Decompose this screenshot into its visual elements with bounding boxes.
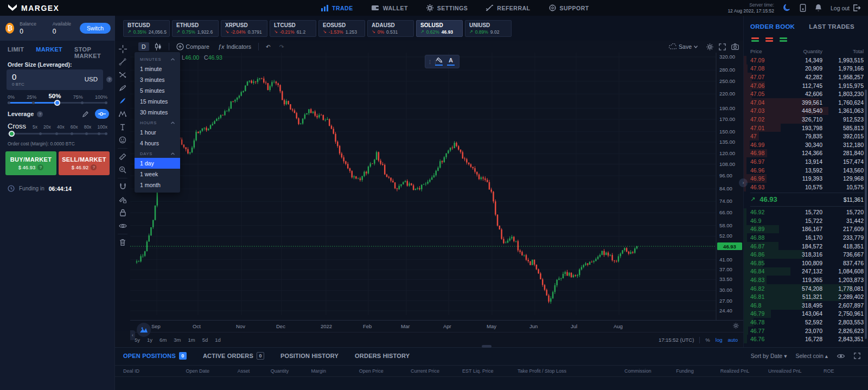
tradingview-logo-button[interactable] <box>137 323 151 337</box>
lock-all-tool[interactable] <box>116 206 129 219</box>
pct-0[interactable]: 0% <box>8 94 15 101</box>
bid-row[interactable]: 46.7723,0702,826,623 <box>750 327 864 335</box>
view-mode-bids-icon[interactable] <box>778 36 788 43</box>
ask-row[interactable]: 47.03448,5401,361,063 <box>750 107 864 116</box>
percent-slider[interactable] <box>8 102 107 104</box>
pct-100[interactable]: 100% <box>95 94 107 101</box>
interval-option-1-hour[interactable]: 1 hour <box>135 127 180 138</box>
ask-row[interactable]: 47.01193,798585,813 <box>750 124 864 132</box>
text-color-button[interactable]: A <box>445 56 457 67</box>
ask-row[interactable]: 47.0542,6061,803,230 <box>750 89 864 98</box>
tab-market[interactable]: MARKET <box>36 46 62 59</box>
theme-moon-icon[interactable] <box>783 4 791 12</box>
lev-80x[interactable]: 80x <box>84 124 92 130</box>
tab-limit[interactable]: LIMIT <box>8 46 24 59</box>
pct-25[interactable]: 25% <box>27 94 36 101</box>
interval-option-1-month[interactable]: 1 month <box>135 180 180 190</box>
time-axis[interactable]: SepOctNovDec2022FebMarAprMayJunJulAug <box>130 320 743 332</box>
bid-row[interactable]: 46.84247,1321,084,608 <box>750 267 864 276</box>
nav-item-trade[interactable]: TRADE <box>321 5 353 11</box>
toolbar-drag-handle[interactable]: ⋮⋮ <box>427 61 433 63</box>
bid-row[interactable]: 46.82574,2081,778,081 <box>750 284 864 293</box>
pct-75[interactable]: 75% <box>73 94 83 101</box>
nav-item-referral[interactable]: REFERRAL <box>486 4 530 11</box>
tab-stop-market[interactable]: STOP MARKET <box>74 46 109 59</box>
logout-button[interactable]: Log out <box>831 4 860 11</box>
bid-row[interactable]: 46.7852,5922,803,553 <box>750 318 864 327</box>
range-5d[interactable]: 5d <box>202 337 208 343</box>
ticker-card-eosusd[interactable]: EOSUSD↘-1.53%1.253 <box>318 20 365 37</box>
range-3m[interactable]: 3m <box>174 337 181 343</box>
ask-row[interactable]: 46.95119,393129,968 <box>750 174 864 183</box>
ask-row[interactable]: 47.06112,7451,915,975 <box>750 81 864 90</box>
ticker-card-ethusd[interactable]: ETHUSD↗0.75%1,922.6 <box>172 20 219 37</box>
undo-button[interactable]: ↶ <box>263 42 274 51</box>
lev-100x[interactable]: 100x <box>98 124 107 130</box>
tab-orders-history[interactable]: ORDERS HISTORY <box>355 353 410 359</box>
percent-slider-knob[interactable] <box>54 100 60 106</box>
notifications-bell-icon[interactable] <box>815 4 822 12</box>
interval-section-days[interactable]: DAYS <box>135 149 180 158</box>
collapse-sidebar-arrow[interactable]: ‹ <box>130 330 135 340</box>
interval-option-5-minutes[interactable]: 5 minutes <box>135 85 180 96</box>
switch-button[interactable]: Switch <box>80 23 111 34</box>
trend-line-tool[interactable] <box>116 55 129 68</box>
brush-tool[interactable] <box>116 81 129 94</box>
ticker-card-adausd[interactable]: ADAUSD↘0%0.531 <box>367 20 414 37</box>
interval-button[interactable]: D <box>138 42 149 51</box>
scale-log-button[interactable]: log <box>716 337 723 343</box>
indicators-button[interactable]: ƒx Indicators <box>215 42 254 51</box>
bid-row[interactable]: 46.79143,0642,750,961 <box>750 310 864 318</box>
toggle-visibility-eye-icon[interactable] <box>837 353 845 359</box>
lev-40x[interactable]: 40x <box>57 124 65 130</box>
redo-button[interactable]: ↷ <box>276 42 288 51</box>
interval-option-3-minutes[interactable]: 3 minutes <box>135 74 180 85</box>
fib-retracement-tool[interactable] <box>116 68 129 81</box>
ask-row[interactable]: 47.0742,2821,958,257 <box>750 73 864 81</box>
sell-help-icon[interactable]: ? <box>91 164 97 170</box>
range-1y[interactable]: 1y <box>147 337 152 343</box>
bid-row[interactable]: 46.9215,72015,720 <box>750 208 864 217</box>
order-book-scrollbar[interactable] <box>865 89 867 339</box>
compare-button[interactable]: Compare <box>173 42 213 52</box>
nav-item-support[interactable]: SUPPORT <box>549 4 589 11</box>
bid-row[interactable]: 46.86318,316736,667 <box>750 250 864 259</box>
range-6m[interactable]: 6m <box>159 337 167 343</box>
xabcd-pattern-tool[interactable] <box>116 107 129 120</box>
leverage-edit-button[interactable] <box>79 109 93 119</box>
ask-row[interactable]: 47.04399,5611,760,624 <box>750 98 864 107</box>
interval-option-30-minutes[interactable]: 30 minutes <box>135 107 180 118</box>
interval-section-minutes[interactable]: MINUTES <box>135 54 180 63</box>
btc-currency-icon[interactable]: ₿ <box>5 23 14 34</box>
ask-row[interactable]: 46.9613,592143,560 <box>750 166 864 175</box>
order-size-currency[interactable]: USD <box>85 76 98 82</box>
fullscreen-icon[interactable] <box>719 43 726 50</box>
pen-tool-active[interactable] <box>116 94 129 107</box>
expand-panel-icon[interactable] <box>854 353 860 359</box>
tab-active-orders[interactable]: ACTIVE ORDERS0 <box>203 352 264 360</box>
measure-ruler-tool[interactable] <box>116 150 129 163</box>
bid-row[interactable]: 46.915,72231,442 <box>750 216 864 225</box>
interval-option-1-day[interactable]: 1 day <box>135 158 180 169</box>
scale-percent-button[interactable]: % <box>705 337 710 343</box>
nav-item-settings[interactable]: SETTINGS <box>426 4 468 11</box>
sell-market-button[interactable]: SELL/MARKET $ 46.92? <box>59 151 110 175</box>
ticker-card-btcusd[interactable]: BTCUSD↗0.35%24,056.5 <box>123 20 170 37</box>
mid-price-row[interactable]: ↗ 46.93 $11,361 <box>750 193 864 207</box>
bid-row[interactable]: 46.87184,572418,351 <box>750 242 864 251</box>
leverage-slider-toggle[interactable] <box>95 109 109 119</box>
tab-order-book[interactable]: ORDER BOOK <box>750 23 795 30</box>
bid-row[interactable]: 46.8816,170233,779 <box>750 233 864 242</box>
bid-row[interactable]: 46.8318,4952,607,897 <box>750 301 864 310</box>
lev-20x[interactable]: 20x <box>43 124 51 130</box>
order-size-input[interactable]: 0 0 BTC USD <box>7 69 103 90</box>
ticker-card-xrpusd[interactable]: XRPUSD↘-2.04%0.3791 <box>221 20 267 37</box>
lev-60x[interactable]: 60x <box>71 124 78 130</box>
ask-row[interactable]: 47.02326,710912,523 <box>750 115 864 124</box>
sort-by-date-dropdown[interactable]: Sort by Date ▾ <box>751 353 787 359</box>
fill-color-button[interactable] <box>433 56 445 67</box>
tab-last-trades[interactable]: LAST TRADES <box>809 23 854 30</box>
range-1d[interactable]: 1d <box>215 337 221 343</box>
magnet-tool[interactable] <box>116 180 129 193</box>
bid-row[interactable]: 46.83119,2651,203,873 <box>750 276 864 284</box>
